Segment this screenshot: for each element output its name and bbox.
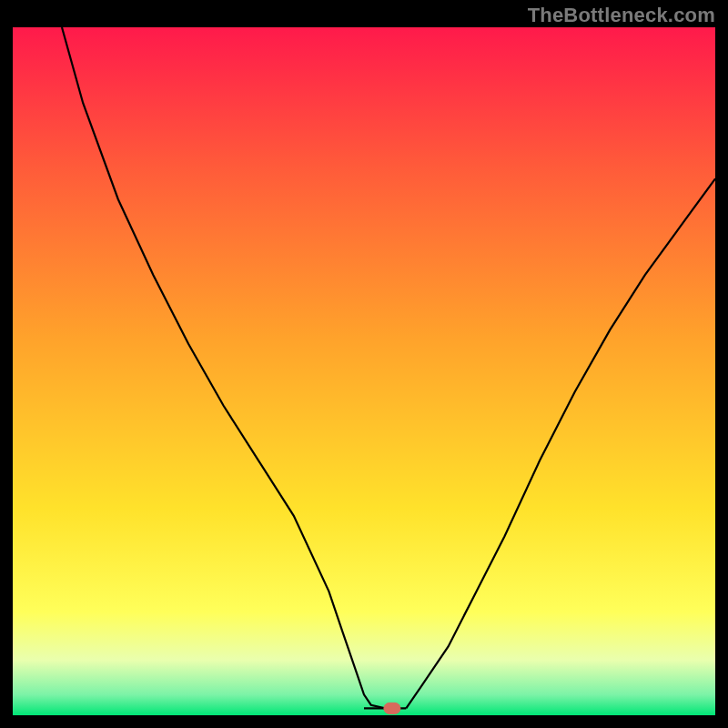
chart-background (13, 27, 715, 715)
sweet-spot-marker (384, 703, 400, 713)
chart-frame (13, 27, 715, 715)
bottleneck-chart (13, 27, 715, 715)
watermark-text: TheBottleneck.com (528, 4, 715, 27)
